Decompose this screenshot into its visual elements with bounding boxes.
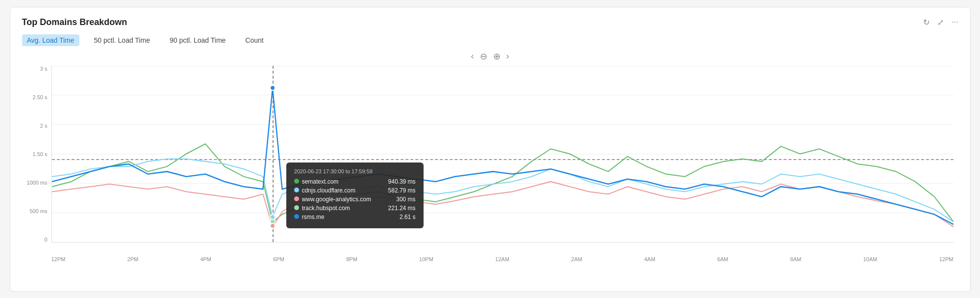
x-label-10pm: 10PM [419, 256, 433, 262]
plot-area: 2020-06-23 17:30:00 to 17:59:59 sematext… [51, 66, 954, 243]
blue-line [52, 88, 954, 224]
pink-line [52, 181, 954, 226]
tab-avg-load-time[interactable]: Avg. Load Time [22, 34, 79, 46]
x-label-12am: 12AM [495, 256, 509, 262]
more-icon[interactable]: ··· [952, 18, 958, 27]
y-label-2s: 2 s [40, 123, 48, 129]
tab-bar: Avg. Load Time 50 pctl. Load Time 90 pct… [22, 34, 958, 46]
y-label-500ms: 500 ms [29, 208, 47, 214]
x-axis: 12PM 2PM 4PM 6PM 8PM 10PM 12AM 2AM 4AM 6… [51, 256, 954, 262]
x-label-2pm: 2PM [127, 256, 139, 262]
y-label-25s: 2.50 s [33, 94, 48, 100]
prev-icon[interactable]: ‹ [471, 51, 474, 61]
x-label-4pm: 4PM [200, 256, 211, 262]
x-label-6pm: 6PM [273, 256, 284, 262]
x-label-10am: 10AM [863, 256, 878, 262]
next-icon[interactable]: › [506, 51, 509, 61]
x-label-12pm-end: 12PM [939, 256, 954, 262]
refresh-icon[interactable]: ↻ [923, 18, 930, 27]
x-label-8pm: 8PM [346, 256, 357, 262]
light-blue-line [52, 159, 954, 221]
tab-90pctl-load-time[interactable]: 90 pctl. Load Time [165, 34, 230, 46]
chart-area: ‹ ⊖ ⊕ › 3 s 2.50 s 2 s 1.50 s 1000 ms 50… [22, 51, 958, 262]
x-label-6am: 6AM [717, 256, 729, 262]
chart-svg [52, 66, 954, 242]
x-label-2am: 2AM [571, 256, 582, 262]
y-label-0: 0 [44, 237, 47, 243]
zoom-in-icon[interactable]: ⊕ [493, 51, 501, 62]
dot-lightblue [270, 214, 276, 220]
chart-controls: ‹ ⊖ ⊕ › [471, 51, 509, 62]
dot-pink [270, 223, 276, 229]
header-actions: ↻ ⤢ ··· [923, 18, 958, 27]
y-label-1000ms: 1000 ms [26, 180, 47, 186]
x-label-12pm: 12PM [51, 256, 66, 262]
card-header: Top Domains Breakdown ↻ ⤢ ··· [22, 17, 958, 27]
dot-blue [270, 85, 276, 91]
expand-icon[interactable]: ⤢ [937, 18, 944, 27]
y-axis: 3 s 2.50 s 2 s 1.50 s 1000 ms 500 ms 0 [22, 66, 51, 243]
y-label-15s: 1.50 s [33, 151, 48, 157]
tab-count[interactable]: Count [240, 34, 268, 46]
y-label-3s: 3 s [40, 66, 48, 72]
zoom-out-icon[interactable]: ⊖ [480, 51, 487, 62]
x-label-8am: 8AM [790, 256, 802, 262]
x-label-4am: 4AM [644, 256, 655, 262]
card-title: Top Domains Breakdown [22, 17, 127, 27]
top-domains-card: Top Domains Breakdown ↻ ⤢ ··· Avg. Load … [10, 7, 971, 292]
tab-50pctl-load-time[interactable]: 50 pctl. Load Time [89, 34, 155, 46]
